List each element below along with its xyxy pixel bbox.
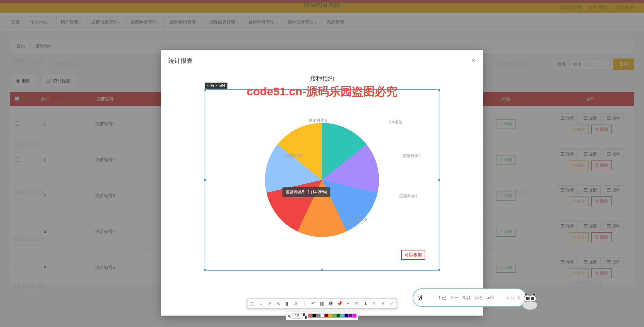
annotation-toolbar: ▢ ○ ↗ ✎ ▮ A | ↶ ▦ ➊ 📌 ✂ ⊙ ⬇ ⇪ ✕ ✓ (247, 298, 397, 309)
chart-tooltip: 疫苗种类5 : 1 (14.28%) (282, 187, 330, 197)
download-icon[interactable]: ⬇ (363, 300, 369, 307)
eyedropper-icon[interactable]: ✂ (345, 300, 351, 307)
marker-tool-icon[interactable]: ▮ (284, 300, 290, 307)
svg-point-0 (523, 300, 537, 310)
resize-handle[interactable] (204, 89, 207, 91)
font-toolbar: A ▚ (286, 312, 358, 320)
color-swatch[interactable] (336, 314, 340, 318)
ime-candidate[interactable]: 3.以 (463, 295, 471, 301)
ime-prev-icon[interactable]: ◁ (506, 295, 509, 300)
color-swatch[interactable] (332, 314, 336, 318)
svg-point-3 (526, 297, 529, 300)
pie-slice-label: 疫苗种类2 (399, 193, 418, 199)
ime-mascot-icon (520, 293, 540, 310)
color-swatch[interactable] (308, 314, 312, 318)
color-swatch[interactable] (324, 314, 328, 318)
svg-point-4 (531, 297, 534, 300)
font-size-input[interactable] (292, 313, 302, 319)
pie-slice-label: 疫苗种类3 (349, 217, 367, 223)
confirm-icon[interactable]: ✓ (389, 300, 395, 307)
mosaic-icon[interactable]: ▦ (319, 300, 325, 307)
ocr-icon[interactable]: ⊙ (354, 300, 360, 307)
pie-slice-label: 疫苗种类5 (285, 153, 304, 159)
color-swatch[interactable] (320, 314, 324, 318)
rect-tool-icon[interactable]: ▢ (249, 300, 255, 307)
dimension-tag: 695 × 584 (205, 83, 227, 89)
resize-handle[interactable] (204, 269, 207, 271)
color-swatch[interactable] (316, 314, 320, 318)
ime-next-icon[interactable]: ▷ (512, 295, 515, 300)
resize-handle[interactable] (437, 89, 440, 91)
resize-handle[interactable] (204, 179, 207, 181)
color-swatch[interactable] (328, 314, 332, 318)
undo-icon[interactable]: ↶ (310, 300, 316, 307)
ime-candidate-box: 1.已2.一3.以4.亿5.① ◁ ▷ ⚙ (413, 288, 527, 307)
ime-candidate[interactable]: 5.① (486, 295, 494, 301)
pie-slice-label: 疫苗种类1 (402, 153, 421, 159)
chart-title: 接种预约 (171, 75, 473, 83)
annotation-text-box[interactable]: 可以根据 (401, 250, 425, 260)
modal-title: 统计报表 (168, 57, 193, 65)
resize-handle[interactable] (437, 269, 440, 271)
color-swatch[interactable] (344, 314, 348, 318)
counter-icon[interactable]: ➊ (328, 300, 334, 307)
color-swatch[interactable] (340, 314, 344, 318)
pen-tool-icon[interactable]: ✎ (275, 300, 281, 307)
resize-handle[interactable] (437, 179, 440, 181)
chart-selection-box[interactable]: 695 × 584 XX疫苗疫苗种类1疫苗种类2疫苗种类3疫苗种类4疫苗种类5疫… (205, 89, 439, 271)
resize-handle[interactable] (321, 89, 323, 91)
color-swatch[interactable] (348, 314, 352, 318)
font-label: A (288, 314, 291, 319)
ime-candidate[interactable]: 4.亿 (475, 295, 483, 301)
pie-slice-label: XX疫苗 (389, 120, 402, 125)
ime-input[interactable] (418, 295, 435, 301)
arrow-tool-icon[interactable]: ↗ (267, 300, 273, 307)
resize-handle[interactable] (321, 269, 323, 271)
circle-tool-icon[interactable]: ○ (258, 300, 264, 307)
close-icon[interactable]: × (471, 56, 476, 65)
share-icon[interactable]: ⇪ (371, 300, 377, 307)
ime-candidate[interactable]: 2.一 (450, 295, 459, 301)
pin-icon[interactable]: 📌 (336, 300, 342, 307)
color-swatch[interactable] (352, 314, 356, 318)
color-swatch[interactable] (312, 314, 316, 318)
pie-slice-label: 疫苗种类6 (309, 118, 327, 124)
ime-candidate[interactable]: 1.已 (438, 295, 446, 301)
report-modal: 统计报表 × 接种预约 695 × 584 XX疫苗疫苗种类1疫苗种类2疫苗种类… (161, 50, 483, 316)
stepper-icon[interactable]: ▚ (303, 314, 307, 319)
text-tool-icon[interactable]: A (293, 300, 299, 307)
cancel-icon[interactable]: ✕ (380, 300, 386, 307)
